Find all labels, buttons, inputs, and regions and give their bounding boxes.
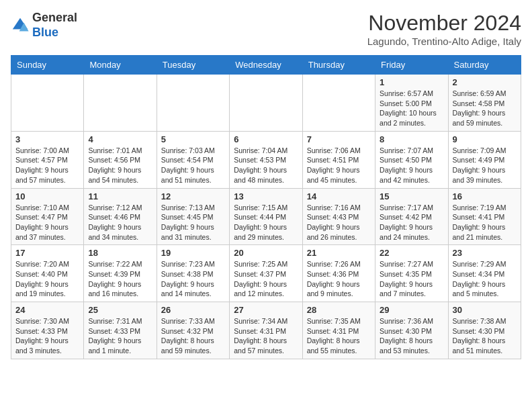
day-number: 15: [380, 191, 443, 201]
day-number: 5: [161, 134, 225, 144]
day-number: 26: [161, 305, 225, 315]
day-number: 7: [307, 134, 371, 144]
weekday-header: Tuesday: [157, 56, 229, 75]
day-number: 23: [453, 248, 517, 258]
calendar-cell: 16Sunrise: 7:19 AM Sunset: 4:41 PM Dayli…: [448, 188, 521, 245]
day-info: Sunrise: 7:09 AM Sunset: 4:49 PM Dayligh…: [453, 146, 517, 185]
calendar-cell: 26Sunrise: 7:33 AM Sunset: 4:32 PM Dayli…: [157, 302, 229, 359]
logo-blue-text: Blue: [32, 26, 58, 39]
day-info: Sunrise: 7:17 AM Sunset: 4:42 PM Dayligh…: [380, 203, 443, 242]
day-number: 17: [15, 248, 79, 258]
day-info: Sunrise: 7:00 AM Sunset: 4:57 PM Dayligh…: [15, 146, 79, 185]
calendar-cell: [84, 75, 157, 132]
calendar-cell: [230, 75, 302, 132]
weekday-header: Wednesday: [230, 56, 302, 75]
day-number: 10: [15, 191, 79, 201]
calendar-table: SundayMondayTuesdayWednesdayThursdayFrid…: [11, 55, 521, 359]
logo-icon: [11, 16, 30, 35]
month-title: November 2024: [367, 11, 521, 36]
day-number: 22: [380, 248, 443, 258]
calendar-cell: 3Sunrise: 7:00 AM Sunset: 4:57 PM Daylig…: [11, 131, 84, 188]
day-info: Sunrise: 7:19 AM Sunset: 4:41 PM Dayligh…: [453, 203, 517, 242]
day-number: 9: [453, 134, 517, 144]
day-info: Sunrise: 7:36 AM Sunset: 4:30 PM Dayligh…: [380, 316, 443, 356]
day-info: Sunrise: 7:33 AM Sunset: 4:32 PM Dayligh…: [161, 316, 225, 356]
day-info: Sunrise: 6:57 AM Sunset: 5:00 PM Dayligh…: [380, 89, 443, 128]
day-info: Sunrise: 7:31 AM Sunset: 4:33 PM Dayligh…: [88, 316, 152, 356]
calendar-cell: [157, 75, 229, 132]
calendar-cell: 7Sunrise: 7:06 AM Sunset: 4:51 PM Daylig…: [302, 131, 375, 188]
day-number: 14: [307, 191, 371, 201]
day-info: Sunrise: 7:38 AM Sunset: 4:30 PM Dayligh…: [453, 316, 517, 356]
calendar-cell: 30Sunrise: 7:38 AM Sunset: 4:30 PM Dayli…: [448, 302, 521, 359]
calendar-cell: 9Sunrise: 7:09 AM Sunset: 4:49 PM Daylig…: [448, 131, 521, 188]
day-info: Sunrise: 7:06 AM Sunset: 4:51 PM Dayligh…: [307, 146, 371, 185]
day-info: Sunrise: 7:23 AM Sunset: 4:38 PM Dayligh…: [161, 259, 225, 299]
calendar-cell: 28Sunrise: 7:35 AM Sunset: 4:31 PM Dayli…: [302, 302, 375, 359]
calendar-cell: 15Sunrise: 7:17 AM Sunset: 4:42 PM Dayli…: [375, 188, 448, 245]
day-number: 30: [453, 305, 517, 315]
day-info: Sunrise: 7:13 AM Sunset: 4:45 PM Dayligh…: [161, 203, 225, 242]
day-number: 19: [161, 248, 225, 258]
weekday-header: Saturday: [448, 56, 521, 75]
day-number: 3: [15, 134, 79, 144]
header-row: SundayMondayTuesdayWednesdayThursdayFrid…: [11, 56, 521, 75]
calendar-cell: 1Sunrise: 6:57 AM Sunset: 5:00 PM Daylig…: [375, 75, 448, 132]
day-info: Sunrise: 7:27 AM Sunset: 4:35 PM Dayligh…: [380, 259, 443, 299]
day-number: 18: [88, 248, 152, 258]
day-number: 13: [234, 191, 298, 201]
calendar-cell: 24Sunrise: 7:30 AM Sunset: 4:33 PM Dayli…: [11, 302, 84, 359]
calendar-cell: 5Sunrise: 7:03 AM Sunset: 4:54 PM Daylig…: [157, 131, 229, 188]
day-info: Sunrise: 7:22 AM Sunset: 4:39 PM Dayligh…: [88, 259, 152, 299]
day-number: 29: [380, 305, 443, 315]
calendar-header: SundayMondayTuesdayWednesdayThursdayFrid…: [11, 56, 521, 75]
day-number: 20: [234, 248, 298, 258]
calendar-body: 1Sunrise: 6:57 AM Sunset: 5:00 PM Daylig…: [11, 75, 521, 359]
logo-general-text: General: [32, 11, 77, 24]
calendar-cell: 29Sunrise: 7:36 AM Sunset: 4:30 PM Dayli…: [375, 302, 448, 359]
calendar-cell: 2Sunrise: 6:59 AM Sunset: 4:58 PM Daylig…: [448, 75, 521, 132]
calendar-week-row: 3Sunrise: 7:00 AM Sunset: 4:57 PM Daylig…: [11, 131, 521, 188]
day-info: Sunrise: 7:16 AM Sunset: 4:43 PM Dayligh…: [307, 203, 371, 242]
day-number: 28: [307, 305, 371, 315]
day-info: Sunrise: 7:15 AM Sunset: 4:44 PM Dayligh…: [234, 203, 298, 242]
day-number: 21: [307, 248, 371, 258]
calendar-cell: 27Sunrise: 7:34 AM Sunset: 4:31 PM Dayli…: [230, 302, 302, 359]
calendar-cell: 20Sunrise: 7:25 AM Sunset: 4:37 PM Dayli…: [230, 245, 302, 302]
calendar-cell: 13Sunrise: 7:15 AM Sunset: 4:44 PM Dayli…: [230, 188, 302, 245]
day-info: Sunrise: 7:25 AM Sunset: 4:37 PM Dayligh…: [234, 259, 298, 299]
calendar-week-row: 24Sunrise: 7:30 AM Sunset: 4:33 PM Dayli…: [11, 302, 521, 359]
title-area: November 2024 Lagundo, Trentino-Alto Adi…: [367, 11, 521, 47]
calendar-cell: 21Sunrise: 7:26 AM Sunset: 4:36 PM Dayli…: [302, 245, 375, 302]
day-info: Sunrise: 7:30 AM Sunset: 4:33 PM Dayligh…: [15, 316, 79, 356]
day-info: Sunrise: 7:34 AM Sunset: 4:31 PM Dayligh…: [234, 316, 298, 356]
weekday-header: Thursday: [302, 56, 375, 75]
weekday-header: Friday: [375, 56, 448, 75]
calendar-cell: 10Sunrise: 7:10 AM Sunset: 4:47 PM Dayli…: [11, 188, 84, 245]
day-number: 12: [161, 191, 225, 201]
day-number: 24: [15, 305, 79, 315]
day-info: Sunrise: 6:59 AM Sunset: 4:58 PM Dayligh…: [453, 89, 517, 128]
day-number: 11: [88, 191, 152, 201]
calendar-cell: 6Sunrise: 7:04 AM Sunset: 4:53 PM Daylig…: [230, 131, 302, 188]
day-number: 25: [88, 305, 152, 315]
weekday-header: Sunday: [11, 56, 84, 75]
day-info: Sunrise: 7:04 AM Sunset: 4:53 PM Dayligh…: [234, 146, 298, 185]
day-number: 8: [380, 134, 443, 144]
calendar-cell: 18Sunrise: 7:22 AM Sunset: 4:39 PM Dayli…: [84, 245, 157, 302]
day-info: Sunrise: 7:07 AM Sunset: 4:50 PM Dayligh…: [380, 146, 443, 185]
day-info: Sunrise: 7:10 AM Sunset: 4:47 PM Dayligh…: [15, 203, 79, 242]
day-number: 6: [234, 134, 298, 144]
calendar-cell: 14Sunrise: 7:16 AM Sunset: 4:43 PM Dayli…: [302, 188, 375, 245]
calendar-cell: 17Sunrise: 7:20 AM Sunset: 4:40 PM Dayli…: [11, 245, 84, 302]
weekday-header: Monday: [84, 56, 157, 75]
day-number: 16: [453, 191, 517, 201]
calendar-cell: 25Sunrise: 7:31 AM Sunset: 4:33 PM Dayli…: [84, 302, 157, 359]
location-title: Lagundo, Trentino-Alto Adige, Italy: [367, 36, 521, 47]
calendar-week-row: 10Sunrise: 7:10 AM Sunset: 4:47 PM Dayli…: [11, 188, 521, 245]
calendar-cell: 22Sunrise: 7:27 AM Sunset: 4:35 PM Dayli…: [375, 245, 448, 302]
header: General Blue November 2024 Lagundo, Tren…: [11, 11, 521, 47]
day-number: 1: [380, 77, 443, 87]
day-info: Sunrise: 7:35 AM Sunset: 4:31 PM Dayligh…: [307, 316, 371, 356]
calendar-cell: [11, 75, 84, 132]
